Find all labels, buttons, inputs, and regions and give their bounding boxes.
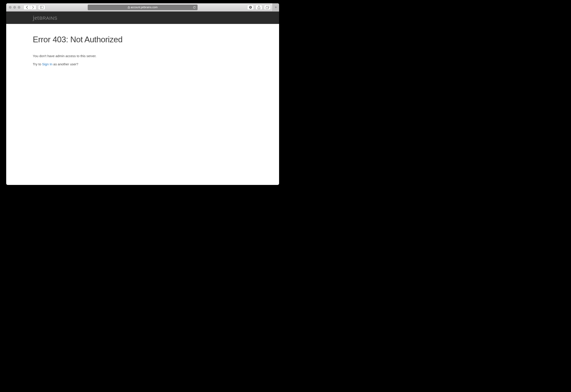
svg-rect-0	[40, 6, 43, 9]
browser-window: account.jetbrains.com	[6, 3, 279, 185]
chevron-left-icon	[26, 6, 28, 9]
window-controls	[6, 6, 20, 9]
signin-prompt: Try to Sign In as another user?	[33, 62, 253, 67]
try-prefix-text: Try to	[33, 62, 42, 66]
share-icon	[257, 6, 260, 9]
reload-button[interactable]	[193, 6, 196, 9]
plus-icon: +	[275, 5, 277, 10]
downloads-button[interactable]	[247, 5, 254, 10]
toolbar-right-group: +	[247, 3, 279, 11]
sign-in-link[interactable]: Sign In	[42, 62, 53, 66]
sidebar-icon	[40, 6, 43, 9]
try-suffix-text: as another user?	[53, 62, 78, 66]
svg-rect-3	[266, 7, 268, 9]
back-button[interactable]	[24, 5, 30, 10]
nav-buttons-group	[24, 5, 36, 10]
sidebar-toggle-button[interactable]	[38, 5, 45, 10]
logo-caps-part: BRAINS	[39, 15, 57, 21]
close-window-button[interactable]	[9, 6, 12, 9]
minimize-window-button[interactable]	[13, 6, 16, 9]
chevron-right-icon	[32, 6, 34, 9]
reload-icon	[193, 6, 196, 9]
error-heading: Error 403: Not Authorized	[33, 35, 253, 44]
download-icon	[249, 6, 252, 9]
lock-icon	[128, 6, 130, 9]
browser-titlebar: account.jetbrains.com	[6, 3, 279, 12]
address-bar[interactable]: account.jetbrains.com	[88, 5, 198, 10]
forward-button[interactable]	[30, 5, 36, 10]
tabs-icon	[266, 6, 269, 9]
zoom-window-button[interactable]	[18, 6, 20, 9]
page-content: Error 403: Not Authorized You don't have…	[6, 24, 279, 81]
tabs-button[interactable]	[264, 5, 271, 10]
jetbrains-logo[interactable]: jetBRAINS	[33, 14, 57, 21]
address-url: account.jetbrains.com	[131, 6, 158, 9]
share-button[interactable]	[256, 5, 262, 10]
new-tab-button[interactable]: +	[272, 3, 279, 12]
logo-script-part: jet	[33, 14, 39, 21]
site-header: jetBRAINS	[6, 12, 279, 24]
error-message: You don't have admin access to this serv…	[33, 54, 253, 58]
